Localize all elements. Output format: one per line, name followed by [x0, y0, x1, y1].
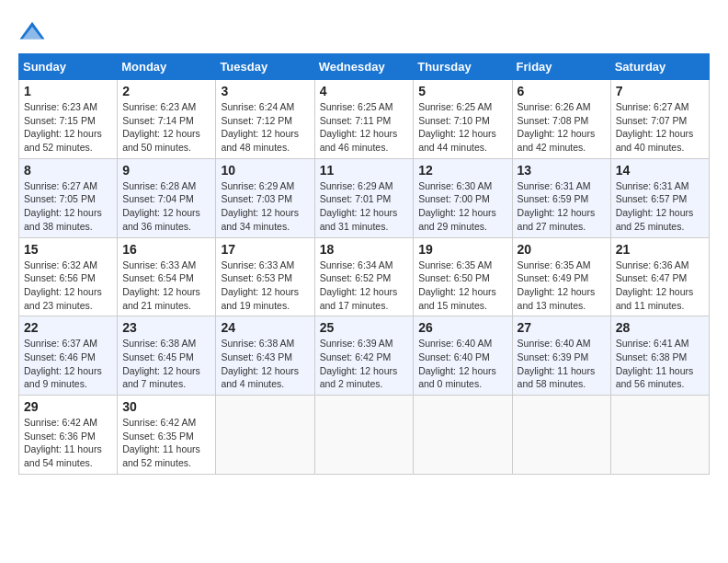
day-info: Sunrise: 6:42 AM Sunset: 6:35 PM Dayligh…	[122, 416, 210, 470]
weekday-header-monday: Monday	[118, 54, 216, 80]
day-info: Sunrise: 6:33 AM Sunset: 6:54 PM Dayligh…	[122, 259, 210, 313]
calendar-cell: 2Sunrise: 6:23 AM Sunset: 7:14 PM Daylig…	[118, 80, 216, 159]
calendar: SundayMondayTuesdayWednesdayThursdayFrid…	[18, 53, 710, 475]
calendar-cell: 24Sunrise: 6:38 AM Sunset: 6:43 PM Dayli…	[216, 316, 314, 396]
day-info: Sunrise: 6:41 AM Sunset: 6:38 PM Dayligh…	[616, 337, 704, 391]
calendar-cell: 5Sunrise: 6:25 AM Sunset: 7:10 PM Daylig…	[414, 80, 512, 159]
calendar-cell: 8Sunrise: 6:27 AM Sunset: 7:05 PM Daylig…	[19, 158, 118, 237]
day-number: 11	[320, 163, 409, 178]
day-info: Sunrise: 6:35 AM Sunset: 6:49 PM Dayligh…	[518, 259, 606, 313]
calendar-cell: 30Sunrise: 6:42 AM Sunset: 6:35 PM Dayli…	[118, 396, 216, 475]
day-number: 16	[122, 242, 210, 257]
day-number: 20	[518, 242, 606, 257]
calendar-week-3: 15Sunrise: 6:32 AM Sunset: 6:56 PM Dayli…	[19, 237, 710, 316]
day-info: Sunrise: 6:31 AM Sunset: 6:59 PM Dayligh…	[518, 179, 606, 234]
day-info: Sunrise: 6:37 AM Sunset: 6:46 PM Dayligh…	[24, 337, 112, 391]
calendar-cell: 1Sunrise: 6:23 AM Sunset: 7:15 PM Daylig…	[19, 80, 118, 159]
calendar-cell: 3Sunrise: 6:24 AM Sunset: 7:12 PM Daylig…	[216, 80, 314, 159]
day-number: 28	[616, 320, 704, 335]
calendar-week-2: 8Sunrise: 6:27 AM Sunset: 7:05 PM Daylig…	[19, 158, 710, 237]
weekday-header-friday: Friday	[512, 54, 610, 80]
weekday-header-row: SundayMondayTuesdayWednesdayThursdayFrid…	[19, 54, 710, 80]
day-info: Sunrise: 6:25 AM Sunset: 7:10 PM Dayligh…	[418, 100, 506, 155]
calendar-cell: 20Sunrise: 6:35 AM Sunset: 6:49 PM Dayli…	[512, 237, 610, 316]
calendar-body: 1Sunrise: 6:23 AM Sunset: 7:15 PM Daylig…	[19, 80, 710, 475]
calendar-header: SundayMondayTuesdayWednesdayThursdayFrid…	[19, 54, 710, 80]
calendar-cell: 13Sunrise: 6:31 AM Sunset: 6:59 PM Dayli…	[512, 158, 610, 237]
day-number: 5	[418, 84, 506, 98]
day-number: 17	[221, 242, 309, 257]
day-info: Sunrise: 6:28 AM Sunset: 7:04 PM Dayligh…	[122, 179, 210, 234]
calendar-cell: 7Sunrise: 6:27 AM Sunset: 7:07 PM Daylig…	[610, 80, 709, 159]
calendar-cell	[414, 396, 512, 475]
calendar-cell: 17Sunrise: 6:33 AM Sunset: 6:53 PM Dayli…	[216, 237, 314, 316]
calendar-week-1: 1Sunrise: 6:23 AM Sunset: 7:15 PM Daylig…	[19, 80, 710, 159]
day-info: Sunrise: 6:33 AM Sunset: 6:53 PM Dayligh…	[221, 259, 309, 313]
weekday-header-sunday: Sunday	[19, 54, 118, 80]
calendar-cell: 10Sunrise: 6:29 AM Sunset: 7:03 PM Dayli…	[216, 158, 314, 237]
day-number: 7	[616, 84, 704, 98]
calendar-week-5: 29Sunrise: 6:42 AM Sunset: 6:36 PM Dayli…	[19, 396, 710, 475]
day-info: Sunrise: 6:34 AM Sunset: 6:52 PM Dayligh…	[320, 259, 409, 313]
calendar-cell: 18Sunrise: 6:34 AM Sunset: 6:52 PM Dayli…	[314, 237, 414, 316]
logo-icon	[18, 18, 46, 46]
day-info: Sunrise: 6:36 AM Sunset: 6:47 PM Dayligh…	[616, 259, 704, 313]
day-number: 22	[24, 320, 112, 335]
day-info: Sunrise: 6:29 AM Sunset: 7:03 PM Dayligh…	[221, 179, 309, 234]
calendar-cell: 27Sunrise: 6:40 AM Sunset: 6:39 PM Dayli…	[512, 316, 610, 396]
day-number: 30	[122, 399, 210, 414]
weekday-header-thursday: Thursday	[414, 54, 512, 80]
day-info: Sunrise: 6:29 AM Sunset: 7:01 PM Dayligh…	[320, 179, 409, 234]
calendar-week-4: 22Sunrise: 6:37 AM Sunset: 6:46 PM Dayli…	[19, 316, 710, 396]
calendar-cell: 11Sunrise: 6:29 AM Sunset: 7:01 PM Dayli…	[314, 158, 414, 237]
calendar-cell: 23Sunrise: 6:38 AM Sunset: 6:45 PM Dayli…	[118, 316, 216, 396]
day-number: 27	[518, 320, 606, 335]
day-info: Sunrise: 6:30 AM Sunset: 7:00 PM Dayligh…	[418, 179, 506, 234]
weekday-header-tuesday: Tuesday	[216, 54, 314, 80]
day-info: Sunrise: 6:35 AM Sunset: 6:50 PM Dayligh…	[418, 259, 506, 313]
day-info: Sunrise: 6:25 AM Sunset: 7:11 PM Dayligh…	[320, 100, 409, 155]
day-number: 8	[24, 163, 112, 178]
day-info: Sunrise: 6:38 AM Sunset: 6:45 PM Dayligh…	[122, 337, 210, 391]
calendar-cell: 28Sunrise: 6:41 AM Sunset: 6:38 PM Dayli…	[610, 316, 709, 396]
day-info: Sunrise: 6:26 AM Sunset: 7:08 PM Dayligh…	[518, 100, 606, 155]
day-info: Sunrise: 6:38 AM Sunset: 6:43 PM Dayligh…	[221, 337, 309, 391]
day-number: 19	[418, 242, 506, 257]
day-number: 24	[221, 320, 309, 335]
calendar-cell: 9Sunrise: 6:28 AM Sunset: 7:04 PM Daylig…	[118, 158, 216, 237]
calendar-cell: 15Sunrise: 6:32 AM Sunset: 6:56 PM Dayli…	[19, 237, 118, 316]
calendar-cell: 29Sunrise: 6:42 AM Sunset: 6:36 PM Dayli…	[19, 396, 118, 475]
day-number: 29	[24, 399, 112, 414]
calendar-cell	[314, 396, 414, 475]
day-number: 13	[518, 163, 606, 178]
calendar-cell: 25Sunrise: 6:39 AM Sunset: 6:42 PM Dayli…	[314, 316, 414, 396]
day-number: 21	[616, 242, 704, 257]
day-number: 26	[418, 320, 506, 335]
calendar-cell: 6Sunrise: 6:26 AM Sunset: 7:08 PM Daylig…	[512, 80, 610, 159]
calendar-cell: 14Sunrise: 6:31 AM Sunset: 6:57 PM Dayli…	[610, 158, 709, 237]
calendar-cell	[512, 396, 610, 475]
day-number: 4	[320, 84, 409, 98]
calendar-cell: 16Sunrise: 6:33 AM Sunset: 6:54 PM Dayli…	[118, 237, 216, 316]
logo	[18, 18, 50, 46]
weekday-header-saturday: Saturday	[610, 54, 709, 80]
day-number: 6	[518, 84, 606, 98]
day-info: Sunrise: 6:27 AM Sunset: 7:07 PM Dayligh…	[616, 100, 704, 155]
calendar-cell: 22Sunrise: 6:37 AM Sunset: 6:46 PM Dayli…	[19, 316, 118, 396]
day-number: 12	[418, 163, 506, 178]
day-number: 23	[122, 320, 210, 335]
page-header	[18, 18, 710, 46]
day-info: Sunrise: 6:27 AM Sunset: 7:05 PM Dayligh…	[24, 179, 112, 234]
calendar-cell: 4Sunrise: 6:25 AM Sunset: 7:11 PM Daylig…	[314, 80, 414, 159]
calendar-cell: 19Sunrise: 6:35 AM Sunset: 6:50 PM Dayli…	[414, 237, 512, 316]
day-info: Sunrise: 6:23 AM Sunset: 7:14 PM Dayligh…	[122, 100, 210, 155]
day-number: 15	[24, 242, 112, 257]
day-number: 2	[122, 84, 210, 98]
day-info: Sunrise: 6:39 AM Sunset: 6:42 PM Dayligh…	[320, 337, 409, 391]
day-number: 1	[24, 84, 112, 98]
day-number: 10	[221, 163, 309, 178]
day-info: Sunrise: 6:24 AM Sunset: 7:12 PM Dayligh…	[221, 100, 309, 155]
day-number: 14	[616, 163, 704, 178]
day-info: Sunrise: 6:42 AM Sunset: 6:36 PM Dayligh…	[24, 416, 112, 470]
day-info: Sunrise: 6:40 AM Sunset: 6:39 PM Dayligh…	[518, 337, 606, 391]
